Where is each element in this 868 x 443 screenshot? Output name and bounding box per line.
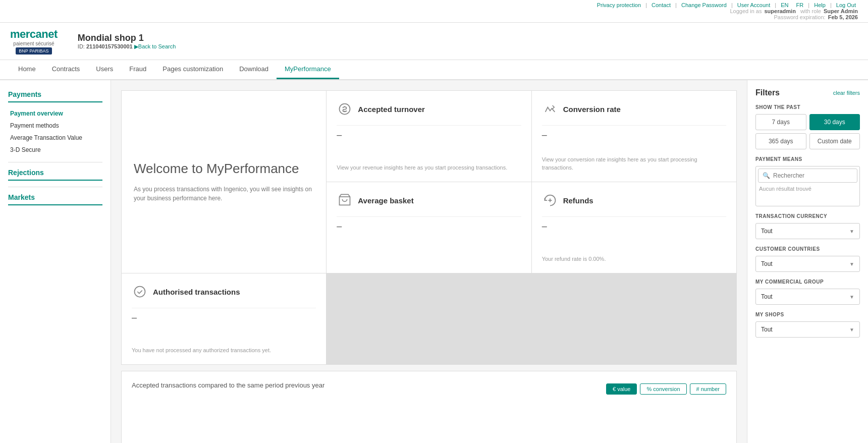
time-btn-30days[interactable]: 30 days bbox=[809, 114, 860, 130]
my-shops-label: MY SHOPS bbox=[755, 312, 860, 317]
commercial-group-value: Tout bbox=[761, 293, 773, 300]
average-basket-card: Average basket – bbox=[327, 182, 531, 273]
accepted-turnover-card: Accepted turnover – View your revenue in… bbox=[327, 91, 531, 182]
help-link[interactable]: Help bbox=[814, 2, 826, 8]
main-nav: Home Contracts Users Fraud Pages customi… bbox=[0, 60, 868, 80]
metric-value-auth: – bbox=[132, 312, 316, 323]
chart-area bbox=[132, 403, 726, 443]
back-to-search-link[interactable]: ▶Back to Search bbox=[134, 43, 176, 49]
time-btn-365days[interactable]: 365 days bbox=[755, 133, 806, 149]
en-link[interactable]: EN bbox=[781, 2, 788, 8]
username-text: superadmin bbox=[765, 8, 796, 14]
authorised-transactions-card: Authorised transactions – You have not p… bbox=[122, 273, 326, 364]
sidebar-item-3d-secure[interactable]: 3-D Secure bbox=[8, 144, 102, 156]
customer-countries-value: Tout bbox=[761, 260, 773, 267]
turnover-icon bbox=[337, 101, 353, 117]
role-prefix: with role bbox=[800, 8, 821, 14]
payment-means-label: PAYMENT MEANS bbox=[755, 156, 860, 162]
nav-myperformance[interactable]: MyPerformance bbox=[277, 60, 339, 79]
chart-btn-conversion[interactable]: % conversion bbox=[640, 383, 686, 395]
metric-header-basket: Average basket bbox=[337, 192, 521, 208]
sidebar-divider-2 bbox=[8, 187, 102, 187]
shop-id-value: 211040157530001 bbox=[86, 43, 133, 49]
metric-title-conversion: Conversion rate bbox=[563, 105, 621, 114]
commercial-group-label: MY COMMERCIAL GROUP bbox=[755, 279, 860, 285]
logo-sub: paiement sécurisé bbox=[13, 41, 54, 46]
logo-bank: BNP PARIBAS bbox=[16, 47, 51, 54]
sidebar-item-payment-methods[interactable]: Payment methods bbox=[8, 120, 102, 132]
commercial-group-arrow: ▼ bbox=[849, 294, 854, 300]
my-shops-dropdown[interactable]: Tout ▼ bbox=[755, 321, 860, 338]
change-password-link[interactable]: Change Password bbox=[681, 2, 727, 8]
main-layout: Payments Payment overview Payment method… bbox=[0, 80, 868, 443]
metrics-grid: Welcome to MyPerformance As you process … bbox=[121, 90, 737, 365]
chart-btn-value[interactable]: € value bbox=[606, 383, 637, 395]
welcome-title: Welcome to MyPerformance bbox=[134, 161, 314, 177]
fr-link[interactable]: FR bbox=[796, 2, 804, 8]
metric-header-refunds: Refunds bbox=[542, 192, 726, 208]
conversion-rate-card: Conversion rate – View your conversion r… bbox=[532, 91, 736, 182]
nav-download[interactable]: Download bbox=[231, 60, 277, 79]
shop-id: ID: 211040157530001 ▶Back to Search bbox=[78, 43, 858, 50]
payment-means-box: 🔍 Aucun résultat trouvé bbox=[755, 166, 860, 206]
top-links-bar: Privacy protection | Contact | Change Pa… bbox=[0, 0, 868, 23]
time-buttons-grid: 7 days 30 days 365 days Custom date bbox=[755, 114, 860, 149]
commercial-group-dropdown[interactable]: Tout ▼ bbox=[755, 289, 860, 305]
nav-home[interactable]: Home bbox=[10, 60, 44, 79]
refunds-icon bbox=[542, 192, 558, 208]
welcome-card: Welcome to MyPerformance As you process … bbox=[122, 91, 326, 273]
contact-link[interactable]: Contact bbox=[652, 2, 671, 8]
transaction-currency-value: Tout bbox=[761, 228, 773, 235]
metric-title-auth: Authorised transactions bbox=[153, 288, 240, 296]
nav-fraud[interactable]: Fraud bbox=[121, 60, 154, 79]
chart-buttons: € value % conversion # number bbox=[606, 383, 726, 395]
shop-info: Mondial shop 1 ID: 211040157530001 ▶Back… bbox=[78, 33, 858, 50]
page-header: mercanet paiement sécurisé BNP PARIBAS M… bbox=[0, 23, 868, 60]
shop-name: Mondial shop 1 bbox=[78, 33, 858, 43]
metric-title-basket: Average basket bbox=[358, 196, 413, 205]
metric-header-auth: Authorised transactions bbox=[132, 284, 316, 300]
clear-filters-link[interactable]: clear filters bbox=[833, 90, 860, 96]
time-btn-7days[interactable]: 7 days bbox=[755, 114, 806, 130]
sidebar-item-payment-overview[interactable]: Payment overview bbox=[8, 107, 102, 120]
transaction-currency-arrow: ▼ bbox=[849, 229, 854, 234]
customer-countries-arrow: ▼ bbox=[849, 261, 854, 267]
metric-value-turnover: – bbox=[337, 130, 521, 140]
chart-svg bbox=[132, 413, 726, 443]
my-shops-arrow: ▼ bbox=[849, 327, 854, 333]
payment-means-search-input[interactable] bbox=[773, 172, 853, 179]
transaction-currency-dropdown[interactable]: Tout ▼ bbox=[755, 223, 860, 239]
metric-title-refunds: Refunds bbox=[563, 196, 593, 205]
metric-value-refunds: – bbox=[542, 221, 726, 232]
chart-btn-number[interactable]: # number bbox=[690, 383, 726, 395]
search-icon: 🔍 bbox=[763, 172, 770, 179]
show-past-label: SHOW THE PAST bbox=[755, 104, 860, 110]
payment-means-search-box[interactable]: 🔍 bbox=[758, 169, 857, 183]
nav-contracts[interactable]: Contracts bbox=[44, 60, 88, 79]
nav-users[interactable]: Users bbox=[88, 60, 121, 79]
logo-text: mercanet bbox=[10, 28, 58, 41]
conversion-icon bbox=[542, 101, 558, 117]
metric-value-conversion: – bbox=[542, 130, 726, 140]
customer-countries-label: CUSTOMER COUNTRIES bbox=[755, 246, 860, 252]
customer-countries-dropdown[interactable]: Tout ▼ bbox=[755, 256, 860, 272]
my-shops-value: Tout bbox=[761, 326, 773, 333]
sidebar-payments-title: Payments bbox=[8, 90, 102, 102]
metric-desc-refunds: Your refund rate is 0.00%. bbox=[542, 255, 726, 263]
filters-header: Filters clear filters bbox=[755, 88, 860, 97]
user-account-link[interactable]: User Account bbox=[737, 2, 770, 8]
privacy-link[interactable]: Privacy protection bbox=[597, 2, 641, 8]
basket-icon bbox=[337, 192, 353, 208]
metric-desc-auth: You have not processed any authorized tr… bbox=[132, 347, 316, 354]
logo-area: mercanet paiement sécurisé BNP PARIBAS bbox=[10, 28, 58, 54]
role-text: Super Admin bbox=[824, 8, 858, 14]
transaction-currency-label: TRANSACTION CURRENCY bbox=[755, 213, 860, 219]
password-expiry-label: Password expiration: bbox=[774, 14, 826, 20]
time-btn-custom[interactable]: Custom date bbox=[809, 133, 860, 149]
sidebar-item-average-transaction[interactable]: Average Transaction Value bbox=[8, 132, 102, 144]
logout-link[interactable]: Log Out bbox=[836, 2, 856, 8]
no-result-text: Aucun résultat trouvé bbox=[758, 183, 857, 195]
check-icon bbox=[132, 284, 148, 300]
welcome-description: As you process transactions with Ingenic… bbox=[134, 185, 314, 203]
nav-pages-customization[interactable]: Pages customization bbox=[154, 60, 231, 79]
